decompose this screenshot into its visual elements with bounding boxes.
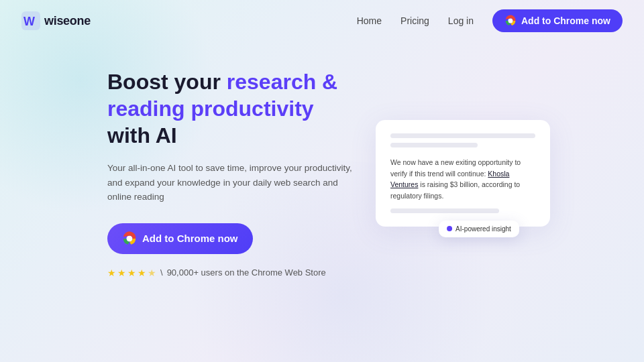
hero-left: Boost your research & reading productivi… [107,68,362,278]
logo-link[interactable]: W wiseone [21,11,91,30]
tooltip-bubble: AI-powered insight [439,221,519,237]
add-to-chrome-main-button[interactable]: Add to Chrome now [107,223,253,254]
logo-icon: W [21,11,40,30]
star-2: ★ [117,267,126,278]
tooltip-text: AI-powered insight [455,225,511,233]
hero-title-part1: Boost your [107,70,227,94]
nav-home[interactable]: Home [357,15,382,26]
preview-lines [390,133,535,147]
svg-point-5 [127,236,131,241]
add-to-chrome-nav-button[interactable]: Add to Chrome now [492,9,623,32]
preview-line-2 [390,143,478,147]
nav-links: Home Pricing Log in Add to Chrome now [357,9,623,32]
add-to-chrome-nav-label: Add to Chrome now [521,15,610,26]
star-1: ★ [107,267,116,278]
chrome-icon [504,15,517,27]
star-3: ★ [127,267,136,278]
star-rating: ★ ★ ★ ★ ★ [107,267,156,278]
rating-row: ★ ★ ★ ★ ★ \ 90,000+ users on the Chrome … [107,267,362,278]
navbar: W wiseone Home Pricing Log in Add to Chr… [0,0,644,42]
hero-title-part2: with AI [107,123,177,147]
preview-line-1 [390,133,535,138]
rating-count: 90,000+ users on the Chrome Web Store [167,267,326,278]
logo-text: wiseone [44,14,91,28]
svg-point-3 [508,19,513,23]
chrome-icon-main [122,231,137,246]
hero-title: Boost your research & reading productivi… [107,68,362,149]
add-to-chrome-main-label: Add to Chrome now [142,233,238,244]
preview-link[interactable]: Khosla Ventures [390,170,509,189]
star-4: ★ [138,267,146,278]
preview-bottom-line [390,208,499,213]
star-5: ★ [148,267,156,278]
nav-pricing[interactable]: Pricing [400,15,429,26]
hero-subtitle: Your all-in-one AI tool to save time, im… [107,161,362,204]
hero-section: Boost your research & reading productivi… [0,42,644,278]
preview-text: We now have a new exiting opportunity to… [390,157,535,202]
preview-card: We now have a new exiting opportunity to… [376,120,550,227]
tooltip-dot [447,226,452,231]
nav-login[interactable]: Log in [448,15,474,26]
rating-text: \ [160,267,163,278]
svg-text:W: W [23,15,35,28]
